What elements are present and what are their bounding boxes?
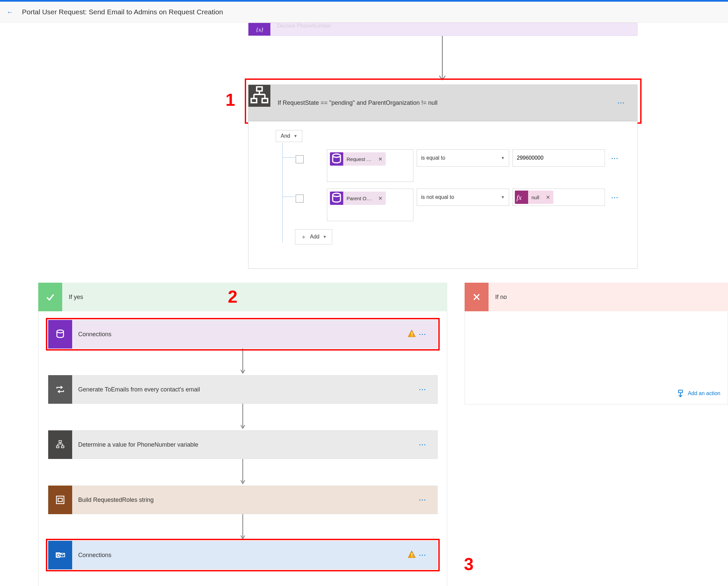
- svg-rect-25: [56, 496, 64, 504]
- svg-rect-2: [257, 87, 262, 91]
- dataverse-icon: [48, 320, 72, 349]
- group-operator-dropdown[interactable]: And ▼: [276, 130, 302, 142]
- annotation-3: 3: [464, 554, 474, 574]
- svg-rect-35: [678, 390, 682, 393]
- svg-point-12: [57, 330, 63, 333]
- token-remove-icon[interactable]: ✕: [375, 156, 386, 162]
- svg-text:fx: fx: [517, 194, 522, 202]
- svg-rect-22: [56, 446, 59, 448]
- back-arrow-icon[interactable]: ←: [7, 8, 13, 16]
- condition-icon: [249, 85, 270, 107]
- condition-title: If RequestState == "pending" and ParentO…: [270, 99, 617, 106]
- row-select-checkbox[interactable]: [296, 195, 304, 203]
- svg-rect-8: [262, 98, 268, 102]
- row-more-menu[interactable]: ⋯: [611, 193, 619, 202]
- annotation-2: 2: [228, 287, 237, 307]
- step-more-menu[interactable]: ⋯: [419, 330, 437, 338]
- outlook-icon: O: [48, 541, 72, 569]
- dataverse-icon: [330, 192, 343, 205]
- condition-left-operand[interactable]: Request … ✕: [327, 149, 413, 182]
- connector-arrow: [48, 459, 438, 486]
- connector-arrow: [48, 404, 438, 430]
- warning-icon: !: [408, 329, 419, 339]
- action-declare-phonenumber[interactable]: {x} Declare PhoneNumber: [248, 23, 638, 36]
- svg-rect-7: [251, 98, 257, 102]
- if-no-branch: If no Add an action: [465, 283, 728, 404]
- page-header: ← Portal User Request: Send Email to Adm…: [0, 0, 728, 23]
- action-determine-phonenumber[interactable]: Determine a value for PhoneNumber variab…: [48, 430, 438, 459]
- flow-title: Portal User Request: Send Email to Admin…: [22, 8, 223, 16]
- chevron-down-icon: ▼: [501, 156, 505, 160]
- row-select-checkbox[interactable]: [296, 155, 304, 163]
- chevron-down-icon: ▼: [293, 134, 297, 138]
- fx-icon: fx: [515, 190, 528, 204]
- value-input[interactable]: [516, 155, 601, 161]
- annotation-1: 1: [226, 90, 235, 110]
- condition-value-input[interactable]: [513, 149, 605, 167]
- condition-value-input[interactable]: fx null ✕: [513, 188, 605, 206]
- condition-row: Request … ✕ is equal to ▼ ⋯: [276, 149, 630, 182]
- condition-left-operand[interactable]: Parent O… ✕: [327, 188, 413, 221]
- token-remove-icon[interactable]: ✕: [542, 194, 553, 201]
- svg-text:O: O: [56, 553, 60, 558]
- step-more-menu[interactable]: ⋯: [419, 551, 437, 559]
- condition-operator-dropdown[interactable]: is not equal to ▼: [417, 188, 509, 206]
- svg-point-10: [333, 193, 340, 197]
- step-more-menu[interactable]: ⋯: [419, 385, 437, 394]
- condition-row: Parent O… ✕ is not equal to ▼ fx null ✕: [276, 188, 630, 221]
- svg-rect-17: [59, 441, 61, 443]
- control-icon: [48, 486, 72, 514]
- condition-operator-dropdown[interactable]: is equal to ▼: [417, 149, 509, 167]
- step-more-menu[interactable]: ⋯: [419, 440, 437, 449]
- action-connections-dataverse[interactable]: Connections ! ⋯: [48, 320, 438, 349]
- condition-card[interactable]: If RequestState == "pending" and ParentO…: [248, 84, 638, 121]
- if-yes-header[interactable]: If yes: [38, 283, 447, 311]
- svg-point-9: [333, 154, 340, 157]
- flow-canvas: {x} Declare PhoneNumber If RequestState …: [0, 23, 728, 586]
- variable-icon: {x}: [249, 23, 270, 35]
- connector-arrow: [438, 36, 446, 82]
- add-condition-button[interactable]: ＋ Add ▼: [295, 229, 332, 245]
- svg-rect-26: [58, 498, 62, 502]
- plus-icon: ＋: [301, 233, 307, 241]
- svg-text:!: !: [411, 331, 413, 337]
- svg-text:!: !: [411, 552, 413, 558]
- row-more-menu[interactable]: ⋯: [611, 154, 619, 163]
- add-action-link[interactable]: Add an action: [676, 389, 720, 398]
- step-more-menu[interactable]: ⋯: [419, 495, 437, 504]
- svg-rect-23: [61, 446, 64, 448]
- if-no-header[interactable]: If no: [465, 283, 728, 311]
- warning-icon: !: [408, 550, 419, 560]
- svg-text:{x}: {x}: [256, 27, 263, 33]
- condition-more-menu[interactable]: ⋯: [617, 98, 637, 107]
- add-action-icon: [676, 389, 684, 398]
- chevron-down-icon: ▼: [501, 195, 505, 200]
- condition-editor: And ▼ Request … ✕ is: [248, 121, 638, 269]
- connector-arrow: [48, 349, 438, 375]
- condition-icon: [48, 430, 72, 459]
- if-yes-branch: If yes 2 Connections ! ⋯: [38, 283, 447, 586]
- chevron-down-icon: ▼: [322, 234, 327, 239]
- loop-icon: [48, 375, 72, 404]
- check-icon: [38, 283, 62, 311]
- action-build-requestedroles[interactable]: Build RequestedRoles string ⋯: [48, 486, 438, 514]
- token-remove-icon[interactable]: ✕: [375, 195, 386, 202]
- close-icon: [465, 283, 489, 311]
- connector-arrow: [48, 514, 438, 541]
- action-connections-outlook[interactable]: O Connections ! ⋯: [48, 541, 438, 569]
- action-generate-toemails[interactable]: Generate ToEmails from every contact's e…: [48, 375, 438, 404]
- dataverse-icon: [330, 152, 343, 165]
